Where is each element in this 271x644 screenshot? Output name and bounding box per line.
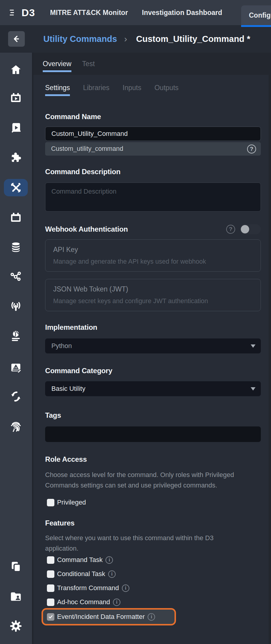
webhook-authentication-label: Webhook Authentication [45, 225, 128, 234]
features-options-list: Command Task i Conditional Task i Transf… [47, 555, 261, 607]
command-description-label: Command Description [45, 167, 261, 176]
info-circle-icon[interactable]: i [105, 556, 113, 564]
conditional-task-label: Conditional Task [57, 570, 105, 578]
sidebar [0, 53, 32, 644]
overview-test-tab-bar: Overview Test [33, 53, 271, 75]
tags-input[interactable] [45, 426, 261, 442]
sidebar-item-case-folder[interactable] [4, 588, 28, 605]
sidebar-item-calendar[interactable] [4, 209, 28, 226]
sync-icon [10, 391, 22, 402]
event-incident-data-formatter-checkbox[interactable] [47, 613, 54, 621]
webhook-help-question-circle-icon[interactable]: ? [226, 225, 235, 234]
conditional-task-checkbox[interactable] [47, 570, 54, 578]
top-nav-bar: D3 MITRE ATT&CK Monitor Investigation Da… [0, 0, 271, 25]
sidebar-item-identity[interactable] [4, 417, 28, 435]
ad-hoc-command-label: Ad-hoc Command [57, 598, 110, 606]
info-circle-icon[interactable]: i [113, 599, 120, 606]
webhook-antenna-icon [10, 300, 22, 312]
command-description-textarea[interactable] [45, 183, 261, 212]
breadcrumb: Utility Commands › Custom_Utility_Comman… [0, 25, 271, 53]
conditional-task-row: Conditional Task i [47, 569, 261, 578]
jwt-card[interactable]: JSON Web Token (JWT) Manage secret keys … [45, 279, 261, 311]
command-task-label: Command Task [57, 556, 102, 564]
scrollbar-track[interactable] [269, 75, 271, 644]
global-lists-icon [10, 330, 22, 342]
privileged-checkbox[interactable] [47, 499, 54, 506]
breadcrumb-utility-commands-link[interactable]: Utility Commands [43, 34, 117, 44]
subtab-libraries[interactable]: Libraries [83, 80, 109, 96]
sidebar-item-playbook[interactable] [4, 119, 28, 136]
sidebar-item-webhooks[interactable] [4, 297, 28, 315]
privileged-checkbox-label: Privileged [57, 499, 86, 506]
nav-tab-configuration[interactable]: Configu [241, 5, 271, 25]
sidebar-item-integrations[interactable] [4, 149, 28, 166]
checkmark-icon [48, 614, 53, 619]
settings-sub-tab-bar: Settings Libraries Inputs Outputs [45, 75, 261, 96]
command-category-select[interactable]: Basic Utility [45, 381, 261, 396]
settings-form: Settings Libraries Inputs Outputs Comman… [33, 75, 271, 625]
transform-command-row: Transform Command i [47, 584, 261, 593]
subtab-outputs[interactable]: Outputs [154, 80, 179, 96]
features-description: Select where you want to use this comman… [45, 533, 248, 554]
command-name-label: Command Name [45, 112, 261, 121]
transform-command-label: Transform Command [57, 584, 119, 592]
subtab-settings[interactable]: Settings [45, 80, 70, 96]
sidebar-item-utility-commands[interactable] [4, 179, 28, 196]
tab-test[interactable]: Test [82, 56, 95, 72]
webhook-authentication-row: Webhook Authentication ? [45, 224, 261, 234]
utility-commands-tools-icon [10, 182, 22, 194]
features-label: Features [45, 519, 261, 528]
event-incident-data-formatter-label: Event/Incident Data Formatter [57, 613, 145, 621]
info-circle-icon[interactable]: i [108, 570, 116, 578]
sidebar-item-sync[interactable] [4, 388, 28, 405]
question-circle-icon[interactable]: ? [247, 145, 256, 154]
fingerprint-icon [9, 419, 23, 433]
data-management-icon [10, 241, 22, 253]
jwt-card-title: JSON Web Token (JWT) [53, 285, 253, 293]
sidebar-item-home[interactable] [4, 61, 28, 78]
ad-hoc-command-checkbox[interactable] [47, 599, 54, 606]
d3-logo-text: D3 [22, 7, 35, 19]
api-key-card-subtitle: Manage and generate the API keys used fo… [53, 258, 253, 265]
breadcrumb-separator: › [124, 34, 127, 44]
transform-command-checkbox[interactable] [47, 584, 54, 592]
ad-hoc-command-row: Ad-hoc Command i [47, 598, 261, 607]
internal-command-name-row: Custom_utility_command ? [45, 142, 261, 156]
d3-logo[interactable]: D3 [10, 7, 35, 19]
page-title: Custom_Utility_Command * [136, 34, 250, 44]
implementation-select[interactable]: Python [45, 338, 261, 353]
chevron-down-icon [251, 387, 255, 391]
chevron-down-icon [251, 344, 255, 348]
back-button[interactable] [8, 31, 25, 47]
info-circle-icon[interactable]: i [122, 584, 129, 592]
nav-tab-configuration-label: Configu [249, 11, 271, 19]
link-analysis-icon [10, 271, 22, 283]
info-circle-icon[interactable]: i [148, 613, 155, 621]
active-nav-tab-underline [241, 25, 271, 27]
internal-command-name-value: Custom_utility_command [51, 145, 247, 153]
sidebar-item-incident-reports[interactable] [4, 359, 28, 376]
calendar-icon [10, 212, 22, 224]
sidebar-item-multi-window[interactable] [4, 558, 28, 575]
home-icon [10, 64, 22, 76]
api-key-card[interactable]: API Key Manage and generate the API keys… [45, 239, 261, 272]
command-category-select-value: Basic Utility [51, 385, 251, 393]
nav-item-mitre-attck-monitor[interactable]: MITRE ATT&CK Monitor [50, 9, 128, 17]
sidebar-item-settings[interactable] [4, 617, 28, 635]
jwt-card-subtitle: Manage secret keys and configure JWT aut… [53, 297, 253, 305]
sidebar-item-global-lists[interactable] [4, 327, 28, 345]
role-access-label: Role Access [45, 455, 261, 464]
incident-report-icon [10, 362, 22, 374]
sidebar-item-link-analysis[interactable] [4, 268, 28, 286]
command-name-input[interactable] [45, 127, 261, 141]
webhook-authentication-toggle[interactable] [240, 224, 261, 234]
sidebar-item-event-playbook[interactable] [4, 89, 28, 107]
tab-overview[interactable]: Overview [43, 56, 71, 72]
api-key-card-title: API Key [53, 246, 253, 254]
command-task-row: Command Task i [47, 555, 261, 564]
subtab-inputs[interactable]: Inputs [123, 80, 141, 96]
nav-item-investigation-dashboard[interactable]: Investigation Dashboard [142, 9, 222, 17]
command-task-checkbox[interactable] [47, 556, 54, 564]
implementation-label: Implementation [45, 323, 261, 332]
sidebar-item-data-management[interactable] [4, 239, 28, 256]
